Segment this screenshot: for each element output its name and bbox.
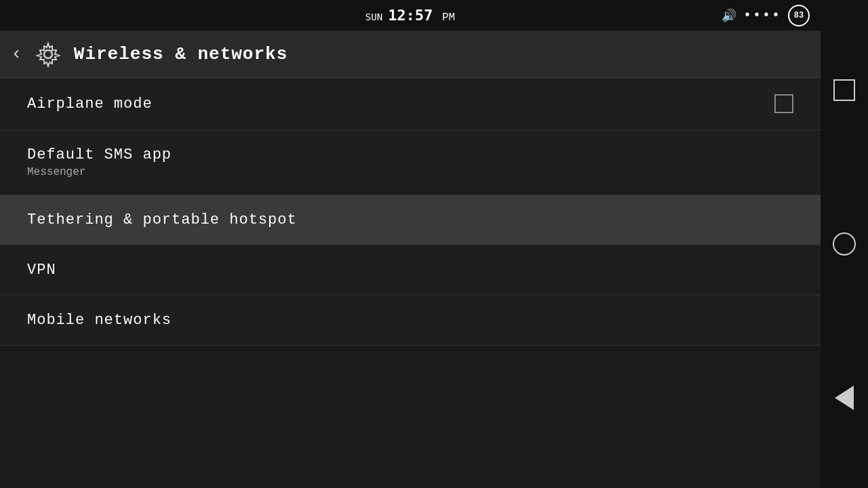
- setting-row-tethering[interactable]: Tethering & portable hotspot: [0, 195, 821, 245]
- action-bar: ‹ Wireless & networks: [0, 30, 821, 78]
- vpn-title: VPN: [27, 262, 56, 279]
- nav-back-button[interactable]: [827, 381, 861, 415]
- back-button[interactable]: ‹: [11, 45, 22, 64]
- page-title: Wireless & networks: [74, 44, 288, 64]
- airplane-mode-checkbox[interactable]: [774, 94, 793, 113]
- setting-row-default-sms[interactable]: Default SMS app Messenger: [0, 130, 821, 195]
- status-bar-right: 🔊 •••• 83: [722, 5, 810, 26]
- status-time: 12:57 PM: [388, 7, 455, 24]
- setting-row-vpn[interactable]: VPN: [0, 245, 821, 296]
- status-bar: SUN 12:57 PM 🔊 •••• 83: [0, 0, 821, 30]
- default-sms-subtitle: Messenger: [27, 166, 172, 178]
- dots-icon: ••••: [743, 7, 781, 23]
- nav-square-button[interactable]: [827, 73, 861, 107]
- volume-icon: 🔊: [722, 8, 736, 23]
- status-day: SUN: [366, 12, 382, 22]
- nav-panel: [821, 0, 868, 488]
- nav-circle-icon: [833, 232, 856, 256]
- setting-row-airplane-mode[interactable]: Airplane mode: [0, 78, 821, 130]
- gear-icon: [35, 41, 62, 68]
- setting-row-mobile-networks[interactable]: Mobile networks: [0, 296, 821, 346]
- tethering-title: Tethering & portable hotspot: [27, 211, 297, 228]
- default-sms-title: Default SMS app: [27, 146, 172, 163]
- mobile-networks-title: Mobile networks: [27, 312, 172, 329]
- airplane-mode-title: Airplane mode: [27, 96, 153, 113]
- battery-indicator: 83: [788, 5, 810, 26]
- nav-square-icon: [833, 79, 855, 101]
- svg-point-0: [44, 50, 52, 58]
- nav-triangle-icon: [835, 386, 854, 410]
- back-arrow-icon: ‹: [11, 45, 22, 64]
- gear-icon-container: [33, 39, 63, 69]
- nav-home-button[interactable]: [827, 227, 861, 261]
- content-area: Airplane mode Default SMS app Messenger …: [0, 78, 821, 346]
